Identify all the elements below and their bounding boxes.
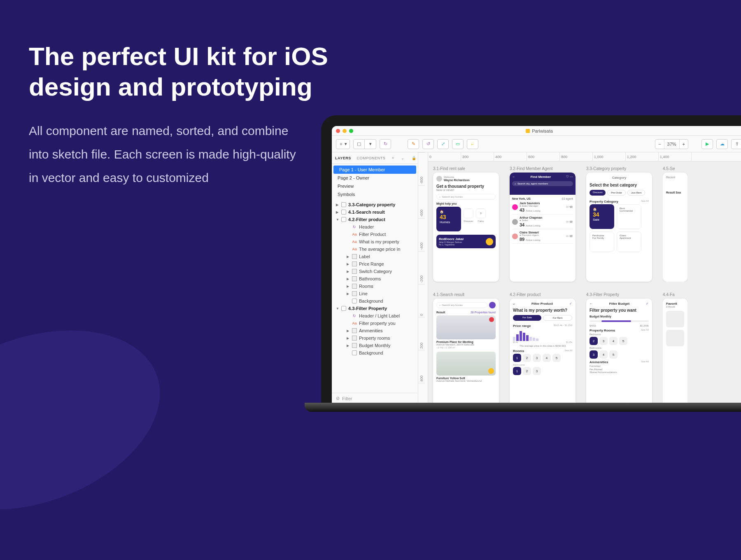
chip[interactable]: 1 [513,367,521,375]
listing-image[interactable] [436,315,496,339]
search-input[interactable]: ⌕ Search city, agent members [512,181,573,186]
layer-row[interactable]: Background [332,349,418,357]
toggle-button[interactable]: For Sale [513,315,541,321]
add-page-button[interactable]: ＋ [391,155,395,161]
insert-button[interactable]: ＋ ▾ [336,139,350,149]
tag-button[interactable]: Discount [590,190,606,196]
search-icon[interactable]: ⌕ [513,302,515,306]
chip[interactable]: 1 [513,354,521,362]
tag-button[interactable]: Just Rent [627,190,645,196]
disclosure-icon[interactable]: ▶ [347,329,350,333]
back-icon[interactable]: ← [590,302,593,306]
minimize-icon[interactable] [343,129,347,133]
layer-row[interactable]: ▼4.2-Filter product [332,216,418,223]
page-item[interactable]: Page 2 - Owner [332,174,418,182]
chip[interactable]: 5 [609,350,618,359]
amenity[interactable]: Shared Accommodations [590,371,649,374]
see-all-link[interactable]: See All [564,349,572,353]
agent-row[interactable]: Claire Stewart● Premium Agent89Active Li… [512,229,573,244]
chip[interactable]: 4 [599,350,608,359]
cloud-button[interactable]: ☁ [716,139,728,149]
page-item[interactable]: Preview [332,182,418,190]
zoom-plus[interactable]: + [679,140,688,149]
chip[interactable]: 3 [599,337,608,345]
search-input[interactable]: ⌕ Search any homes [436,194,496,200]
amenity[interactable]: Furnished [590,365,649,368]
artboard-3-1[interactable]: 3.1-Find rent sale Welcome, Wayne Richar… [433,166,499,282]
discover-icon[interactable] [464,208,473,218]
tool-pencil[interactable]: ✎ [408,139,419,149]
go-icon[interactable] [486,238,493,245]
tool-edit[interactable]: ▭ [452,139,464,149]
stat-card[interactable]: 🏠 43 Homes [436,207,461,231]
artboard-4-1[interactable]: 4.1-Search result ⌕ Search any homes Re [433,292,499,404]
artboard-3-3[interactable]: 3.3-Category property Category Select th… [586,166,652,282]
layer-row[interactable]: Background [332,297,418,305]
artboard-4-4[interactable]: 4.4-Fa Favorit 3 Result [663,292,687,404]
disclosure-icon[interactable]: ▶ [347,270,350,273]
layer-row[interactable]: ▶4.1-Search result [332,208,418,216]
calc-icon[interactable]: $ [476,208,486,218]
lock-icon[interactable]: 🔒 [412,156,417,160]
maximize-icon[interactable] [349,129,353,133]
disclosure-icon[interactable]: ▶ [336,203,339,207]
toggle-button[interactable]: For Rent [543,315,572,321]
layer-row[interactable]: ▶Switch Category [332,268,418,275]
zoom-minus[interactable]: − [655,140,664,149]
close-icon[interactable] [336,129,340,133]
chevron-down-icon[interactable]: ⌄ [401,156,405,160]
ungroup-button[interactable]: ▾ [365,139,376,149]
contact-icons[interactable]: ✉ ☎ [566,205,573,209]
disclosure-icon[interactable]: ▼ [336,307,339,310]
search-input[interactable]: ⌕ Search any homes [436,302,487,308]
layer-row[interactable]: ▼4.3-Filter Property [332,305,418,312]
agent-row[interactable]: Arthur Chapman● Seller34Active Listing✉ … [512,215,573,229]
disclosure-icon[interactable]: ▶ [347,285,350,288]
page-item[interactable]: Symbols [332,190,418,198]
chip[interactable]: 3 [533,367,541,375]
canvas[interactable]: 02004006008001,0001,2001,400 -800-600-40… [418,152,741,404]
artboard-3-2[interactable]: 3.2-Find Member Agent ← Find Member ♡ ⋯ … [510,166,576,282]
disclosure-icon[interactable]: ▶ [347,292,350,296]
disclosure-icon[interactable]: ▶ [347,277,350,281]
layer-row[interactable]: ▶3.3-Category property [332,201,418,208]
tab-layers[interactable]: LAYERS [335,156,351,160]
preview-button[interactable]: ▶ [701,139,713,149]
layer-row[interactable]: AaThe average price in [332,245,418,253]
layer-row[interactable]: ↻Header / Light Label [332,312,418,320]
artboard-4-5[interactable]: 4.5-Se Recent Result Sea [663,166,687,282]
disclosure-icon[interactable]: ▶ [336,210,339,214]
layer-row[interactable]: AaWhat is my property [332,238,418,245]
layer-row[interactable]: ▶Label [332,253,418,260]
tab-components[interactable]: COMPONENTS [357,156,386,160]
layer-row[interactable]: ↻Header [332,223,418,231]
tool-mask[interactable]: ⌐ [467,139,478,149]
disclosure-icon[interactable]: ▼ [336,218,339,222]
chip[interactable]: 5 [619,337,627,345]
see-all-link[interactable]: See All [641,200,649,203]
check-icon[interactable]: ✓ [646,302,649,306]
property-card[interactable]: RedDoorz Jakal Jalan Ki Mangun Sarkoro N… [436,235,496,248]
chip[interactable]: 3 [533,354,541,362]
layer-row[interactable]: ▶Rooms [332,282,418,290]
category-card[interactable]: Rent Commercial [617,204,641,229]
contact-icons[interactable]: ✉ ☎ [566,220,573,224]
amenity[interactable]: Pet Allowed [590,368,649,371]
layer-row[interactable]: AaFilter Product [332,231,418,238]
layer-row[interactable]: AaFilter property you [332,320,418,327]
symbols-button[interactable]: ↻ [380,139,391,149]
layer-row[interactable]: ▶Price Range [332,260,418,268]
chip[interactable]: 5 [552,354,561,362]
tool-rotate[interactable]: ↺ [422,139,434,149]
tool-scale[interactable]: ⤢ [437,139,449,149]
agent-row[interactable]: Jack Saunders● Sales Manager43Active Lis… [512,200,573,215]
disclosure-icon[interactable]: ▶ [347,336,350,340]
layer-row[interactable]: ▶Property rooms [332,334,418,342]
artboard-4-2[interactable]: 4.2-Filter product ⌕ Filter Product ✓ Wh… [510,292,576,404]
layer-row[interactable]: ▶Line [332,290,418,297]
category-card[interactable]: 🏠 34 Sale [590,204,614,229]
back-icon[interactable]: ← [512,175,515,179]
chip[interactable]: 2 [523,367,531,375]
chip[interactable]: 2 [523,354,531,362]
zoom-control[interactable]: − 37% + [655,139,688,149]
